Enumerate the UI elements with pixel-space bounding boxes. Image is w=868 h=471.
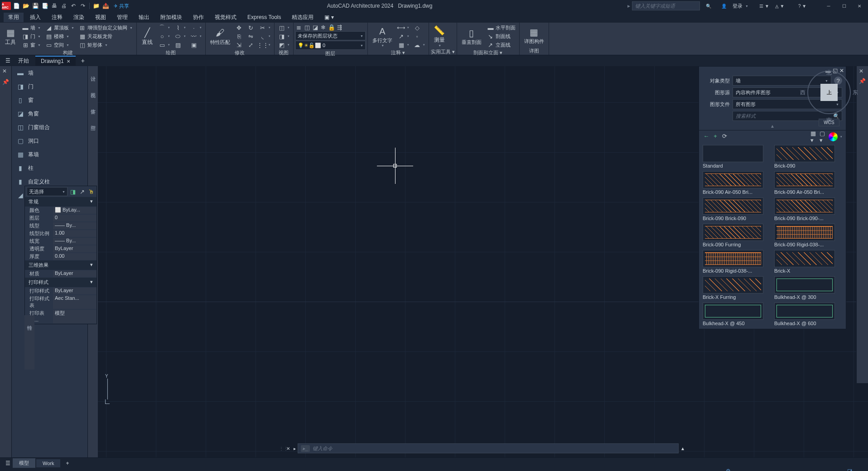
layer-combo[interactable]: 💡☀🔓⬜ 0▼ bbox=[295, 41, 366, 50]
publish-icon[interactable]: 🖨 bbox=[60, 2, 68, 10]
new-icon[interactable]: 📄 bbox=[12, 2, 20, 10]
tool-curtain[interactable]: ▦幕墙 bbox=[12, 148, 87, 161]
circle-button[interactable]: ○▾ bbox=[157, 32, 172, 40]
menu-featured[interactable]: 精选应用 bbox=[287, 13, 318, 22]
close-tab-icon[interactable]: ✕ bbox=[67, 59, 70, 64]
autodesk-icon[interactable]: ◬ ▼ bbox=[773, 1, 786, 10]
tool-corner[interactable]: ◪角窗 bbox=[12, 107, 87, 120]
wall-button[interactable]: ▬墙▼ bbox=[20, 24, 43, 32]
cmd-handle-icon[interactable]: ⋮⋮ bbox=[279, 444, 285, 453]
layeroff-icon[interactable]: ◪ bbox=[312, 24, 319, 31]
rect-draw-button[interactable]: ▭▾ bbox=[157, 41, 172, 49]
tab-work[interactable]: Work bbox=[36, 459, 60, 467]
app-icon[interactable]: A ARC bbox=[2, 2, 11, 10]
prop-color-value[interactable]: ⬜ ByLay... bbox=[53, 207, 96, 214]
prop-material-value[interactable]: ByLayer bbox=[53, 270, 96, 277]
basket-icon[interactable]: ☰ ▼ bbox=[757, 1, 771, 10]
view-btn2[interactable]: ◨▾ bbox=[276, 32, 291, 40]
plot-icon[interactable]: 🖶 bbox=[50, 2, 58, 10]
cmd-expand-icon[interactable]: ▴ bbox=[679, 445, 687, 452]
enhance-button[interactable]: ⊞增强型自定义轴网▼ bbox=[77, 24, 135, 32]
close-panel-icon[interactable]: ✕ bbox=[859, 68, 866, 75]
menu-view[interactable]: 视图 bbox=[91, 13, 111, 22]
help-icon[interactable]: ? ▼ bbox=[796, 1, 809, 10]
prop-pstyle-value[interactable]: ByLayer bbox=[53, 288, 96, 294]
elevline-button[interactable]: ↗立面线 bbox=[485, 41, 517, 49]
view-btn1[interactable]: ◫▾ bbox=[276, 24, 291, 32]
section-plot[interactable]: 打印样式▾ bbox=[25, 278, 96, 287]
command-input[interactable]: ▸_键入命令 bbox=[298, 443, 679, 453]
menu-vstyle[interactable]: 视觉样式 bbox=[210, 13, 241, 22]
prop-ltscale-value[interactable]: 1.00 bbox=[53, 230, 96, 237]
menu-collab[interactable]: 协作 bbox=[188, 13, 208, 22]
trim-button[interactable]: ✂▾ bbox=[257, 24, 272, 32]
move-button[interactable]: ✥ bbox=[234, 24, 245, 32]
menu-home[interactable]: 常用 bbox=[4, 13, 24, 22]
saveas-icon[interactable]: 📑 bbox=[41, 2, 49, 10]
menu-burger-icon[interactable]: ☰ bbox=[4, 459, 12, 467]
export-icon[interactable]: 📤 bbox=[101, 2, 110, 10]
tab-drawing1[interactable]: Drawing1✕ bbox=[35, 56, 76, 66]
hsection-button[interactable]: ▬水平剖面 bbox=[485, 24, 517, 32]
compass-w[interactable]: 西 bbox=[800, 89, 805, 96]
style-item[interactable]: Standard bbox=[703, 145, 771, 169]
layeriso-icon[interactable]: ◫ bbox=[304, 24, 311, 31]
tab-model[interactable]: 模型 bbox=[13, 458, 35, 468]
side-tab-design[interactable]: 设计 bbox=[89, 69, 97, 76]
prop-ptable-value[interactable]: Aec Stan... bbox=[53, 295, 96, 309]
tool-button[interactable]: ▦ 工具 bbox=[2, 26, 19, 47]
search-input[interactable]: 键入关键字或短语 bbox=[632, 1, 700, 10]
side-tab-3[interactable]: 空间 bbox=[89, 118, 97, 125]
save-icon[interactable]: 💾 bbox=[31, 2, 39, 10]
style-item[interactable]: Brick-090 Rigid-038-... bbox=[774, 224, 842, 248]
close-panel-icon[interactable]: ✕ bbox=[2, 68, 10, 75]
section-3d[interactable]: 三维效果▾ bbox=[25, 260, 96, 270]
viewcube-face[interactable]: 上 bbox=[820, 84, 838, 101]
menu-manage[interactable]: 管理 bbox=[112, 13, 132, 22]
stretch-button[interactable]: ⇲ bbox=[234, 41, 245, 49]
add-tab-icon[interactable]: + bbox=[77, 57, 89, 64]
rotate-button[interactable]: ↻ bbox=[246, 24, 256, 32]
side-tab-1[interactable]: 视图 bbox=[89, 85, 97, 92]
stair-button[interactable]: ▤楼梯▼ bbox=[43, 32, 76, 40]
pin-icon[interactable]: 📌 bbox=[859, 78, 866, 85]
roof-button[interactable]: ◢屋顶板▼ bbox=[43, 24, 76, 32]
layerfrz-icon[interactable]: ❄ bbox=[320, 24, 327, 31]
tool-column[interactable]: ▮柱 bbox=[12, 161, 87, 175]
detail-button[interactable]: ▦ 详图构件 bbox=[521, 25, 547, 46]
sectionline-button[interactable]: ↘剖面线 bbox=[485, 32, 517, 40]
window-button[interactable]: ⊞窗▼ bbox=[20, 41, 43, 49]
redo-icon[interactable]: ↷ bbox=[79, 2, 87, 10]
table-button[interactable]: ▦▾ bbox=[396, 41, 411, 49]
style-item[interactable]: Brick-090 Air-050 Bri... bbox=[774, 171, 842, 196]
rev-button[interactable]: ☁▾ bbox=[412, 41, 427, 49]
layer-state-combo[interactable]: 未保存的图层状态▼ bbox=[295, 31, 366, 40]
qselect-icon[interactable]: ◨ bbox=[69, 188, 77, 195]
undo-icon[interactable]: ↶ bbox=[69, 2, 77, 10]
tag-button[interactable]: ◇ bbox=[412, 24, 427, 32]
selection-combo[interactable]: 无选择▼ bbox=[27, 187, 68, 196]
tab-start[interactable]: 开始 bbox=[13, 56, 34, 66]
tool-door[interactable]: ◨门 bbox=[12, 80, 87, 93]
prop-ltype-value[interactable]: —— By... bbox=[53, 222, 96, 229]
prop-pattach-value[interactable]: 模型 bbox=[53, 310, 96, 323]
view-btn3[interactable]: ◩▾ bbox=[276, 41, 291, 49]
open-icon[interactable]: 📂 bbox=[22, 2, 30, 10]
menu-express[interactable]: Express Tools bbox=[243, 13, 285, 21]
style-item[interactable]: Bulkhead-X @ 450 bbox=[703, 303, 771, 327]
kn-button[interactable]: ◦ bbox=[412, 32, 427, 40]
rect-button[interactable]: ◫矩形体▼ bbox=[77, 41, 135, 49]
viewcube[interactable]: 北 西 上 东 南 WCS bbox=[806, 71, 852, 143]
tool-dwassembly[interactable]: ◫门窗组合 bbox=[12, 120, 87, 134]
user-icon[interactable]: 👤 bbox=[717, 1, 731, 10]
side-tab-props[interactable]: 特性 bbox=[25, 318, 34, 325]
measure-button[interactable]: 📏 测量▼ bbox=[431, 24, 448, 48]
door-button[interactable]: ◨门▼ bbox=[20, 32, 43, 40]
pin-icon[interactable]: 📌 bbox=[2, 79, 10, 86]
style-item[interactable]: Bulkhead-X @ 600 bbox=[774, 303, 842, 327]
prop-lweight-value[interactable]: —— By... bbox=[53, 238, 96, 245]
prop-transp-value[interactable]: ByLayer bbox=[53, 245, 96, 252]
fillet-button[interactable]: ◟▾ bbox=[257, 32, 272, 40]
menu-addins[interactable]: 附加模块 bbox=[156, 13, 187, 22]
section-general[interactable]: 常规▾ bbox=[25, 197, 96, 207]
